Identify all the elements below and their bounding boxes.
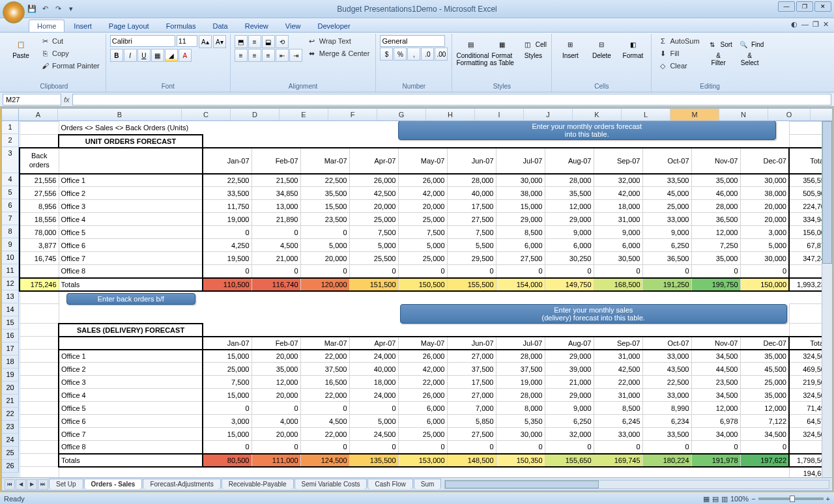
cell[interactable]: Dec-07 — [740, 148, 789, 174]
cell[interactable]: 22,000 — [398, 376, 447, 389]
cell[interactable]: 0 — [642, 441, 691, 454]
cell[interactable]: 7,500 — [203, 376, 252, 389]
cell[interactable]: 6,234 — [642, 415, 691, 428]
column-header[interactable]: H — [426, 109, 475, 120]
cell[interactable]: 28,000 — [496, 350, 545, 363]
cell[interactable]: Apr-07 — [349, 337, 398, 350]
font-name-select[interactable] — [110, 35, 175, 47]
zoom-level[interactable]: 100% — [730, 495, 749, 503]
cell[interactable]: 169,745 — [594, 454, 642, 467]
cell[interactable]: 19,000 — [496, 376, 545, 389]
sheet-tab[interactable]: Cash Flow — [367, 479, 412, 489]
insert-cells-button[interactable]: ⊞Insert — [556, 35, 584, 59]
cell[interactable]: 9,000 — [545, 226, 594, 239]
column-header[interactable]: G — [377, 109, 426, 120]
cell[interactable]: 15,000 — [203, 350, 252, 363]
cell[interactable]: 6,000 — [545, 239, 594, 252]
cell[interactable] — [20, 402, 59, 415]
cell[interactable] — [20, 350, 59, 363]
cell[interactable] — [20, 363, 59, 376]
cell[interactable]: Mar-07 — [300, 148, 349, 174]
row-header[interactable]: 25 — [2, 447, 19, 460]
delete-cells-button[interactable]: ⊟Delete — [587, 35, 616, 59]
cell[interactable]: 33,000 — [642, 389, 691, 402]
cell[interactable]: 0 — [447, 441, 496, 454]
cell[interactable]: Feb-07 — [252, 337, 300, 350]
column-header[interactable]: E — [280, 109, 328, 120]
cell[interactable]: 19,500 — [203, 252, 252, 265]
save-icon[interactable]: 💾 — [26, 3, 38, 15]
cell[interactable]: 80,500 — [203, 454, 252, 467]
minimize-ribbon-icon[interactable]: — — [801, 20, 809, 29]
sheet-tab[interactable]: Semi Variable Costs — [295, 479, 367, 489]
cell[interactable]: 0 — [252, 402, 300, 415]
cell[interactable]: 22,000 — [594, 376, 642, 389]
vertical-scrollbar[interactable] — [822, 121, 832, 477]
cell[interactable]: 191,250 — [642, 278, 691, 291]
cell[interactable]: 27,500 — [447, 213, 496, 226]
cell[interactable]: Oct-07 — [642, 337, 691, 350]
view-layout-icon[interactable]: ▤ — [712, 495, 719, 503]
cell[interactable]: 27,500 — [447, 428, 496, 441]
row-header[interactable]: 15 — [2, 316, 19, 329]
cell[interactable]: 155,500 — [447, 278, 496, 291]
cell[interactable]: 0 — [642, 265, 691, 278]
cell[interactable] — [20, 428, 59, 441]
row-header[interactable]: 3 — [2, 147, 19, 173]
cell[interactable]: 33,000 — [642, 213, 691, 226]
cell[interactable]: Nov-07 — [691, 148, 740, 174]
align-middle-icon[interactable]: ≡ — [248, 35, 261, 48]
row-header[interactable]: 4 — [2, 173, 19, 186]
cell[interactable]: 12,000 — [252, 376, 300, 389]
cell[interactable]: 8,000 — [496, 402, 545, 415]
column-headers[interactable]: ABCDEFGHIJKLMNO — [2, 109, 832, 121]
sheet-tab[interactable]: Sum — [414, 479, 442, 489]
cell[interactable]: 33,000 — [594, 428, 642, 441]
cell[interactable]: Office 8 — [59, 265, 203, 278]
cell[interactable]: 20,000 — [398, 200, 447, 213]
cell[interactable]: 15,000 — [203, 428, 252, 441]
cell[interactable]: 8,990 — [642, 402, 691, 415]
row-header[interactable]: 1 — [2, 121, 19, 134]
column-header[interactable]: A — [19, 109, 58, 120]
cell[interactable]: 111,000 — [252, 454, 300, 467]
row-header[interactable]: 21 — [2, 395, 19, 408]
paste-button[interactable]: 📋Paste — [7, 35, 35, 59]
cell[interactable]: 0 — [203, 265, 252, 278]
cell[interactable]: 40,000 — [447, 187, 496, 200]
decrease-decimal-icon[interactable]: .00 — [435, 48, 448, 61]
cell[interactable]: 6,000 — [398, 402, 447, 415]
cell[interactable]: 29,000 — [545, 389, 594, 402]
cell[interactable]: 25,000 — [349, 213, 398, 226]
find-select-button[interactable]: 🔍Find & Select — [736, 35, 764, 66]
cell[interactable] — [20, 467, 59, 478]
cell[interactable]: 5,000 — [740, 239, 789, 252]
cell[interactable]: 35,500 — [300, 187, 349, 200]
cell[interactable]: Apr-07 — [349, 148, 398, 174]
cell[interactable]: Jan-07 — [203, 337, 252, 350]
cell[interactable]: 155,650 — [545, 454, 594, 467]
cell[interactable]: 42,000 — [398, 187, 447, 200]
cell[interactable]: 168,500 — [594, 278, 642, 291]
cell[interactable]: Office 3 — [59, 376, 203, 389]
cell[interactable]: 0 — [740, 441, 789, 454]
cell[interactable] — [203, 324, 789, 337]
number-format-select[interactable] — [380, 35, 445, 47]
underline-button[interactable]: U — [137, 49, 151, 62]
zoom-slider[interactable] — [758, 497, 824, 500]
cell[interactable]: 26,000 — [398, 389, 447, 402]
cell[interactable]: Sep-07 — [594, 148, 642, 174]
cell[interactable]: 180,224 — [642, 454, 691, 467]
row-header[interactable]: 11 — [2, 264, 19, 277]
clear-button[interactable]: ◇Clear — [655, 60, 701, 72]
cell[interactable]: 31,000 — [594, 389, 642, 402]
cell[interactable]: 0 — [545, 441, 594, 454]
cell[interactable]: 8,956 — [20, 200, 59, 213]
cell[interactable]: 22,000 — [300, 428, 349, 441]
cell[interactable]: 22,500 — [300, 174, 349, 187]
row-header[interactable]: 5 — [2, 186, 19, 199]
cell[interactable]: 34,850 — [252, 187, 300, 200]
row-header[interactable]: 9 — [2, 238, 19, 251]
cell[interactable]: 7,122 — [740, 415, 789, 428]
fill-button[interactable]: ⬇Fill — [655, 48, 701, 59]
